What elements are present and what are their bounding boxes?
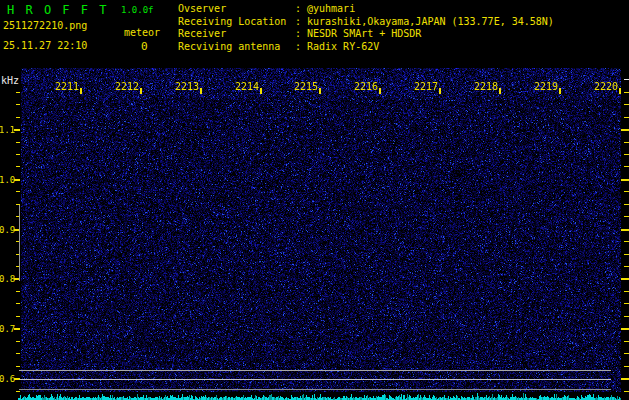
info-value: kurashiki,Okayama,JAPAN (133.77E, 34.58N… [307,16,554,29]
freq-minor-tick-left [16,341,20,342]
freq-minor-tick-right [624,191,629,192]
freq-minor-tick-right [624,341,629,342]
freq-major-tick-right [621,179,629,181]
freq-major-tick-right [621,278,629,280]
datetime-label: 25.11.27 22:10 [3,40,87,51]
mode-label: meteor [124,27,160,38]
time-tick [559,88,561,94]
meteor-count: 0 [141,40,148,53]
observation-info: Ovserver:@yuhmari Receiving Location:kur… [178,3,554,53]
time-label: 2212 [99,81,139,92]
freq-minor-tick-left [16,142,20,143]
freq-axis-label: 0.9 [0,225,15,235]
freq-minor-tick-right [624,154,629,155]
time-tick [619,88,621,94]
signal-level-strip-canvas [18,392,621,400]
time-tick [499,88,501,94]
freq-minor-tick-right [624,92,629,93]
freq-major-tick-right [621,328,629,330]
info-row-observer: Ovserver:@yuhmari [178,3,554,16]
time-label: 2211 [39,81,79,92]
freq-minor-tick-right [624,366,629,367]
freq-minor-tick-right [624,104,629,105]
freq-axis-label: 0.8 [0,274,15,284]
freq-minor-tick-left [16,117,20,118]
freq-minor-tick-right [624,166,629,167]
app-version-label: 1.0.0f [121,5,154,15]
spectrogram-noise-canvas [21,68,621,392]
info-row-location: Receiving Location:kurashiki,Okayama,JAP… [178,16,554,29]
time-tick [260,88,262,94]
app-title: H R O F F T [7,3,108,17]
freq-minor-tick-right [624,291,629,292]
info-separator: : [295,3,307,16]
freq-minor-tick-right [624,391,629,392]
output-filename: 2511272210.png [3,20,87,31]
freq-minor-tick-left [16,366,20,367]
freq-minor-tick-right [624,204,629,205]
carrier-line [19,389,611,390]
info-label: Ovserver [178,3,295,16]
freq-minor-tick-right [624,216,629,217]
info-value: Radix RY-62V [307,41,379,54]
freq-minor-tick-left [16,92,20,93]
freq-minor-tick-right [624,117,629,118]
freq-minor-tick-left [16,166,20,167]
info-row-antenna: Recviving antenna:Radix RY-62V [178,41,554,54]
time-tick [200,88,202,94]
time-tick [80,88,82,94]
info-label: Recviving antenna [178,41,295,54]
freq-minor-tick-right [624,353,629,354]
time-tick [439,88,441,94]
freq-minor-tick-left [16,353,20,354]
freq-minor-tick-right [624,142,629,143]
freq-minor-tick-left [16,291,20,292]
time-label: 2219 [518,81,558,92]
carrier-line [19,379,611,380]
freq-minor-tick-left [16,154,20,155]
info-row-receiver: Receiver:NESDR SMArt + HDSDR [178,28,554,41]
info-separator: : [295,28,307,41]
info-value: @yuhmari [307,3,355,16]
freq-minor-tick-left [16,191,20,192]
info-value: NESDR SMArt + HDSDR [307,28,421,41]
time-tick [140,88,142,94]
time-label: 2220 [578,81,618,92]
freq-axis-label: 0.6 [0,374,15,384]
freq-major-tick-right [621,229,629,231]
freq-minor-tick-right [624,316,629,317]
freq-major-tick-right [621,129,629,131]
time-label: 2213 [159,81,199,92]
freq-major-tick-left [14,328,20,330]
time-tick [319,88,321,94]
freq-minor-tick-right [624,254,629,255]
freq-major-tick-right [621,378,629,380]
info-label: Receiving Location [178,16,295,29]
freq-axis-label: 1.0 [0,175,15,185]
freq-minor-tick-right [624,266,629,267]
marker-line [19,205,20,281]
freq-major-tick-left [14,179,20,181]
freq-minor-tick-right [624,303,629,304]
frequency-unit-label: kHz [1,75,19,86]
time-label: 2217 [398,81,438,92]
freq-minor-tick-right [624,79,629,80]
freq-axis-label: 0.7 [0,324,15,334]
info-separator: : [295,41,307,54]
time-tick [379,88,381,94]
time-label: 2215 [278,81,318,92]
freq-minor-tick-left [16,104,20,105]
freq-minor-tick-left [16,303,20,304]
time-label: 2214 [219,81,259,92]
time-label: 2216 [338,81,378,92]
freq-major-tick-left [14,129,20,131]
info-label: Receiver [178,28,295,41]
carrier-line [19,370,611,371]
time-label: 2218 [458,81,498,92]
freq-minor-tick-right [624,241,629,242]
freq-minor-tick-left [16,391,20,392]
info-separator: : [295,16,307,29]
freq-axis-label: 1.1 [0,125,15,135]
screen: H R O F F T 1.0.0f 2511272210.png meteor… [0,0,629,400]
freq-minor-tick-left [16,316,20,317]
